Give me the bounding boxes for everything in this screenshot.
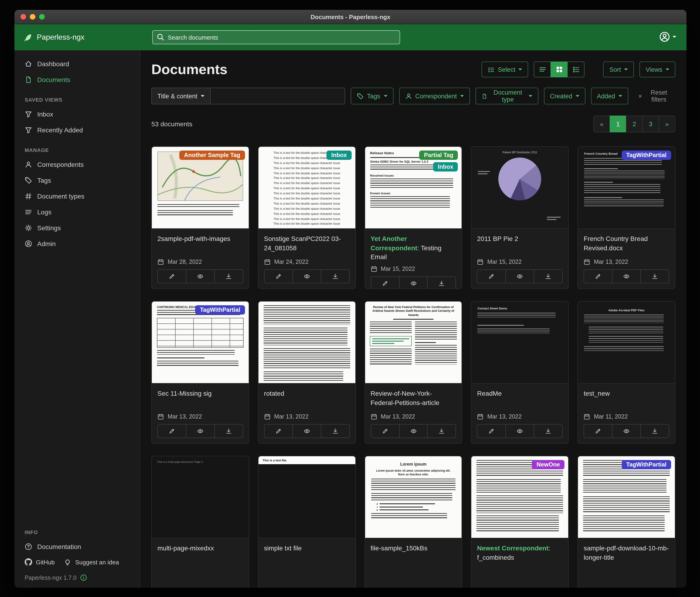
download-button[interactable]: [534, 424, 563, 438]
title-content-input[interactable]: [210, 88, 345, 104]
document-thumbnail[interactable]: French Country Bread TagWithPartial: [578, 147, 675, 229]
document-thumbnail[interactable]: TagWithPartial: [578, 456, 675, 538]
sidebar-item-dashboard[interactable]: Dashboard: [15, 56, 140, 72]
preview-button[interactable]: [292, 424, 321, 438]
reset-filters-button[interactable]: × Reset filters: [635, 89, 675, 103]
document-title[interactable]: Yet Another Correspondent: Testing Email: [365, 229, 462, 262]
brand[interactable]: Paperless-ngx: [15, 32, 84, 42]
document-title[interactable]: French Country Bread Revised.docx: [578, 229, 675, 255]
pagination-page-3[interactable]: 3: [642, 116, 659, 133]
download-button[interactable]: [534, 269, 563, 283]
document-title[interactable]: Sec 11-Missing sig: [152, 384, 249, 410]
document-title[interactable]: test_new: [578, 384, 675, 410]
document-thumbnail[interactable]: Patient BP Distribution 2011: [472, 147, 569, 229]
suggest-idea-link[interactable]: Suggest an idea: [64, 558, 119, 566]
document-thumbnail[interactable]: [258, 302, 355, 384]
document-title[interactable]: Review-of-New-York-Federal-Petitions-art…: [365, 384, 462, 410]
preview-button[interactable]: [505, 424, 534, 438]
tag-badge[interactable]: NewOne: [532, 460, 565, 469]
preview-button[interactable]: [612, 269, 641, 283]
view-toggle-list[interactable]: [534, 62, 551, 77]
edit-button[interactable]: [157, 269, 186, 283]
edit-button[interactable]: [264, 424, 293, 438]
edit-button[interactable]: [477, 269, 506, 283]
document-thumbnail[interactable]: This is a multi page document. Page 1.: [152, 456, 249, 538]
edit-button[interactable]: [583, 269, 612, 283]
edit-button[interactable]: [264, 269, 293, 283]
edit-button[interactable]: [371, 424, 399, 438]
sidebar-item-admin[interactable]: Admin: [15, 236, 140, 252]
document-title[interactable]: file-sample_150kBs: [365, 538, 462, 564]
download-button[interactable]: [641, 424, 669, 438]
view-toggle-grid[interactable]: [551, 62, 568, 77]
preview-button[interactable]: [399, 424, 428, 438]
download-button[interactable]: [427, 424, 456, 438]
preview-button[interactable]: [505, 269, 534, 283]
edit-button[interactable]: [371, 277, 399, 289]
pagination-prev[interactable]: «: [593, 116, 610, 133]
preview-button[interactable]: [399, 277, 428, 289]
sidebar-item-documentation[interactable]: Documentation: [15, 539, 140, 555]
document-title[interactable]: rotated: [258, 384, 355, 410]
tag-badge[interactable]: TagWithPartial: [622, 460, 671, 469]
tag-badge[interactable]: Inbox: [433, 162, 458, 171]
info-icon[interactable]: [80, 574, 87, 581]
preview-button[interactable]: [186, 424, 215, 438]
document-thumbnail[interactable]: NewOne: [472, 456, 569, 538]
document-title[interactable]: Sonstige ScanPC2022 03-24_081058: [258, 229, 355, 255]
user-menu-button[interactable]: [656, 31, 679, 43]
sidebar-item-documents[interactable]: Documents: [15, 72, 140, 88]
tags-filter-button[interactable]: Tags: [351, 88, 393, 104]
document-title[interactable]: multi-page-mixedxx: [152, 538, 249, 564]
download-button[interactable]: [321, 424, 350, 438]
sidebar-item-logs[interactable]: Logs: [15, 204, 140, 220]
document-title[interactable]: Newest Correspondent: f_combineds: [472, 538, 569, 564]
document-thumbnail[interactable]: Contact Sheet Demo: [472, 302, 569, 384]
document-title[interactable]: 2011 BP Pie 2: [472, 229, 569, 255]
added-filter-button[interactable]: Added: [591, 88, 628, 104]
document-thumbnail[interactable]: Adobe Acrobat PDF Files: [578, 302, 675, 384]
preview-button[interactable]: [186, 269, 215, 283]
sidebar-item-correspondents[interactable]: Correspondents: [15, 157, 140, 172]
document-thumbnail[interactable]: CONTINUING MEDICAL EDUCATION TagWithPart…: [152, 302, 249, 384]
tag-badge[interactable]: Partial Tag: [419, 150, 458, 160]
search-input[interactable]: [152, 30, 400, 44]
view-toggle-details[interactable]: [568, 62, 585, 77]
github-link[interactable]: GitHub: [25, 558, 55, 566]
download-button[interactable]: [214, 269, 243, 283]
document-thumbnail[interactable]: Another Sample Tag: [152, 147, 249, 229]
pagination-next[interactable]: »: [658, 116, 675, 133]
document-thumbnail[interactable]: Lorem ipsum Lorem ipsum dolor sit amet, …: [365, 456, 462, 538]
zoom-button[interactable]: [39, 14, 45, 20]
edit-button[interactable]: [583, 424, 612, 438]
document-type-filter-button[interactable]: Document type: [476, 88, 539, 104]
correspondent-link[interactable]: Yet Another Correspondent: [371, 235, 417, 252]
views-button[interactable]: Views: [640, 62, 675, 77]
document-title[interactable]: sample-pdf-download-10-mb-longer-title: [578, 538, 675, 564]
tag-badge[interactable]: Another Sample Tag: [179, 150, 245, 160]
correspondent-filter-button[interactable]: Correspondent: [399, 88, 470, 104]
document-title[interactable]: simple txt file: [258, 538, 355, 564]
tag-badge[interactable]: Inbox: [327, 150, 352, 160]
download-button[interactable]: [427, 277, 456, 289]
close-button[interactable]: [21, 14, 26, 20]
title-content-dropdown[interactable]: Title & content: [151, 88, 210, 104]
sidebar-item-recently-added[interactable]: Recently Added: [15, 122, 140, 138]
document-title[interactable]: ReadMe: [472, 384, 569, 410]
document-thumbnail[interactable]: Review of New York Federal Petitions for…: [365, 302, 462, 384]
document-thumbnail[interactable]: Release Notes Simba ODBC Driver for SQL …: [365, 147, 462, 229]
sidebar-item-inbox[interactable]: Inbox: [15, 106, 140, 122]
select-button[interactable]: Select: [481, 62, 528, 77]
document-title[interactable]: 2sample-pdf-with-images: [152, 229, 249, 255]
tag-badge[interactable]: TagWithPartial: [195, 305, 245, 315]
preview-button[interactable]: [612, 424, 641, 438]
created-filter-button[interactable]: Created: [544, 88, 585, 104]
pagination-page-2[interactable]: 2: [626, 116, 643, 133]
sort-button[interactable]: Sort: [603, 62, 634, 77]
sidebar-item-settings[interactable]: Settings: [15, 220, 140, 236]
edit-button[interactable]: [157, 424, 186, 438]
sidebar-item-document-types[interactable]: Document types: [15, 188, 140, 204]
download-button[interactable]: [214, 424, 243, 438]
document-thumbnail[interactable]: This is a test for the double space char…: [258, 147, 355, 229]
pagination-page-1[interactable]: 1: [610, 116, 626, 133]
